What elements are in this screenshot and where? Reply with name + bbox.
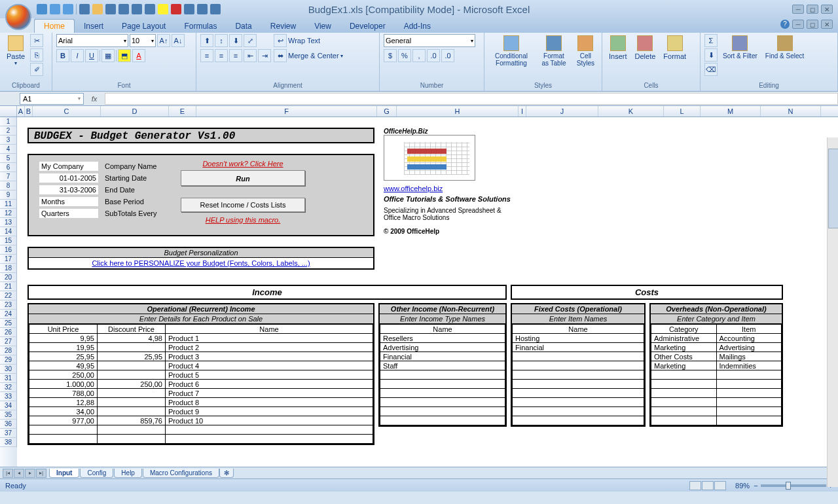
clear-button[interactable]: ⌫ xyxy=(704,63,718,76)
row-header-28[interactable]: 28 xyxy=(0,346,17,355)
sheet-tab-input[interactable]: Input xyxy=(49,469,79,478)
normal-view-button[interactable] xyxy=(689,481,701,490)
column-header-H[interactable]: H xyxy=(397,106,519,117)
sort-filter-button[interactable]: Sort & Filter xyxy=(720,34,760,61)
table-row[interactable]: 9,954,98Product 1 xyxy=(29,334,373,343)
row-header-33[interactable]: 33 xyxy=(0,392,17,401)
redo-icon[interactable] xyxy=(63,4,73,14)
save-icon[interactable] xyxy=(37,4,47,14)
row-header-2[interactable]: 2 xyxy=(0,126,17,135)
row-header-30[interactable]: 30 xyxy=(0,365,17,374)
tab-review[interactable]: Review xyxy=(261,20,305,33)
row-header-22[interactable]: 22 xyxy=(0,291,17,300)
tab-formulas[interactable]: Formulas xyxy=(175,20,226,33)
italic-button[interactable]: I xyxy=(71,49,84,62)
table-row[interactable] xyxy=(513,370,644,380)
table-row[interactable] xyxy=(651,407,782,416)
row-header-27[interactable]: 27 xyxy=(0,337,17,346)
table-row[interactable] xyxy=(513,352,644,361)
tab-page-layout[interactable]: Page Layout xyxy=(113,20,175,33)
table-row[interactable] xyxy=(513,416,644,425)
officehelp-link[interactable]: www.officehelp.biz xyxy=(384,185,443,192)
row-header-16[interactable]: 16 xyxy=(0,245,17,255)
row-header-3[interactable]: 3 xyxy=(0,135,17,145)
underline-button[interactable]: U xyxy=(85,49,98,62)
column-header-A[interactable]: A xyxy=(17,106,25,117)
new-icon[interactable] xyxy=(79,4,90,14)
open-icon[interactable] xyxy=(92,4,103,14)
table-row[interactable]: 25,9525,95Product 3 xyxy=(29,352,373,361)
table-row[interactable]: 12,88Product 8 xyxy=(29,398,373,407)
conditional-formatting-button[interactable]: Conditional Formatting xyxy=(488,34,534,68)
sheet-tab-help[interactable]: Help xyxy=(114,469,142,478)
help-macro-link[interactable]: HELP using this macro. xyxy=(181,216,305,224)
table-row[interactable] xyxy=(651,370,782,380)
table-row[interactable] xyxy=(380,416,505,425)
pagebreak-view-button[interactable] xyxy=(714,481,726,490)
table-row[interactable]: Advertising xyxy=(380,343,505,352)
bold-button[interactable]: B xyxy=(56,49,69,62)
row-header-15[interactable]: 15 xyxy=(0,236,17,245)
column-header-G[interactable]: G xyxy=(377,106,397,117)
table-row[interactable] xyxy=(513,389,644,398)
table-row[interactable]: 977,00859,76Product 10 xyxy=(29,416,373,425)
table-row[interactable]: Resellers xyxy=(380,334,505,343)
row-header-37[interactable]: 37 xyxy=(0,429,17,438)
copy-button[interactable]: ⎘ xyxy=(30,48,43,62)
column-header-E[interactable]: E xyxy=(169,106,196,117)
table-row[interactable]: 250,00Product 5 xyxy=(29,370,373,380)
column-header-N[interactable]: N xyxy=(761,106,821,117)
table-row[interactable] xyxy=(380,370,505,380)
table-row[interactable] xyxy=(651,398,782,407)
paste-button[interactable]: Paste▾ xyxy=(4,34,27,67)
table-row[interactable]: 1.000,00250,00Product 6 xyxy=(29,380,373,389)
table-row[interactable] xyxy=(651,389,782,398)
row-header-1[interactable]: 1 xyxy=(0,117,17,126)
row-header-26[interactable]: 26 xyxy=(0,328,17,337)
doc-close-button[interactable]: ✕ xyxy=(821,20,833,29)
sheet-tab-config[interactable]: Config xyxy=(80,469,113,478)
row-header-35[interactable]: 35 xyxy=(0,410,17,420)
format-cells-button[interactable]: Format xyxy=(661,34,689,62)
row-header-17[interactable]: 17 xyxy=(0,255,17,264)
zoom-out-button[interactable]: − xyxy=(754,482,757,490)
format-as-table-button[interactable]: Format as Table xyxy=(537,34,571,68)
row-header-14[interactable]: 14 xyxy=(0,227,17,236)
tab-nav-last[interactable]: ▸| xyxy=(36,469,46,478)
orientation-button[interactable]: ⤢ xyxy=(244,34,257,47)
pagelayout-view-button[interactable] xyxy=(702,481,714,490)
border-button[interactable]: ▦ xyxy=(101,49,115,62)
email-icon[interactable] xyxy=(105,4,116,14)
row-header-20[interactable]: 20 xyxy=(0,273,17,282)
insert-cells-button[interactable]: Insert xyxy=(606,34,630,62)
align-middle-button[interactable]: ↕ xyxy=(215,34,228,47)
zoom-slider[interactable] xyxy=(761,484,826,487)
sheet-tab-macro-configurations[interactable]: Macro Configurations xyxy=(143,469,219,478)
table-row[interactable] xyxy=(513,380,644,389)
close-button[interactable]: ✕ xyxy=(821,5,833,14)
row-header-23[interactable]: 23 xyxy=(0,300,17,310)
fx-button[interactable]: fx xyxy=(88,95,101,103)
row-header-32[interactable]: 32 xyxy=(0,383,17,392)
table-row[interactable] xyxy=(380,407,505,416)
fontcolor-icon[interactable] xyxy=(171,4,181,14)
table-row[interactable]: Hosting xyxy=(513,334,644,343)
table-row[interactable] xyxy=(513,361,644,370)
number-format-combo[interactable]: General▾ xyxy=(384,34,475,47)
highlight-icon[interactable] xyxy=(158,4,168,14)
table-row[interactable] xyxy=(513,398,644,407)
tab-home[interactable]: Home xyxy=(34,19,75,33)
row-header-21[interactable]: 21 xyxy=(0,282,17,291)
spelling-icon[interactable] xyxy=(145,4,155,14)
fill-button[interactable]: ⬇ xyxy=(704,48,718,62)
align-top-button[interactable]: ⬆ xyxy=(200,34,213,47)
personalize-link[interactable]: Click here to PERSONALIZE your Budget (F… xyxy=(29,258,373,268)
company-input[interactable]: My Company xyxy=(39,162,98,171)
table-row[interactable]: Other CostsMailings xyxy=(651,352,782,361)
column-header-C[interactable]: C xyxy=(33,106,101,117)
fill-color-button[interactable]: ⬒ xyxy=(118,49,131,62)
column-header-M[interactable]: M xyxy=(701,106,761,117)
table-row[interactable]: 19,95Product 2 xyxy=(29,343,373,352)
column-header-K[interactable]: K xyxy=(598,106,664,117)
row-header-5[interactable]: 5 xyxy=(0,154,17,163)
